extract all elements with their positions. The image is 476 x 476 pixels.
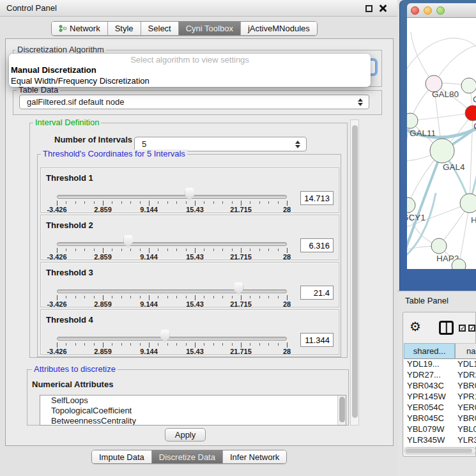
float-window-icon[interactable] [365,5,372,12]
close-traffic-light-icon[interactable] [411,6,419,15]
close-icon[interactable] [378,4,387,13]
slider-handle[interactable] [185,188,194,201]
table-data-combobox[interactable]: galFiltered.sif default node [19,95,369,109]
slider-scale: -3.4262.8599.14415.4321.71528 [57,348,287,355]
cell-name[interactable]: YIL0 [455,446,476,447]
table-row[interactable]: YIL052CYIL0 [404,446,476,447]
network-node-G[interactable] [461,78,476,93]
list-scrollbar-track[interactable] [337,395,346,425]
attribute-list-item[interactable]: SelfLoops [40,395,346,406]
network-node-HAP2[interactable] [431,238,447,254]
attribute-list-item[interactable]: BetweennessCentrality [40,416,346,426]
slider-track[interactable] [57,242,287,246]
cell-name[interactable]: YPR1 [455,392,476,403]
cell-name[interactable]: YDL1 [455,359,476,370]
cell-shared-name[interactable]: YDR27... [404,370,455,381]
attribute-list-item[interactable]: TopologicalCoefficient [40,406,346,416]
cell-shared-name[interactable]: YPR145W [404,392,455,403]
tab-style[interactable]: Style [107,22,141,35]
cell-name[interactable]: YBL0 [455,424,476,435]
tab-discretize-data[interactable]: Discretize Data [151,450,222,463]
zoom-traffic-light-icon[interactable] [436,6,445,15]
table-row[interactable]: YDL19...YDL1 [404,359,476,370]
columns-icon[interactable] [439,321,454,335]
gear-icon[interactable]: ⚙ [410,320,421,333]
threshold-1-value-field[interactable] [300,191,334,205]
table-panel: Table Panel ⚙ ✓ ✓ shared... na YDL19...Y… [397,291,476,476]
table-row[interactable]: YBL079WYBL0 [404,424,476,435]
checkbox-icon[interactable]: ✓ [468,325,475,332]
cell-shared-name[interactable]: YER054C [404,403,455,413]
scale-label: 2.859 [94,348,112,355]
column-header-shared[interactable]: shared... [404,343,455,359]
tab-select[interactable]: Select [141,22,178,35]
network-edge[interactable] [470,113,473,203]
column-header-name[interactable]: na [455,343,476,359]
tick-mark [195,342,196,348]
tab-infer-network[interactable]: Infer Network [222,450,286,463]
checkbox-icon[interactable]: ✓ [459,325,466,332]
table-row[interactable]: YLR345WYLR3 [404,435,476,446]
tab-jactivemnodules[interactable]: jActiveMNodules [240,22,317,35]
table-row[interactable]: YER054CYER0 [404,403,476,413]
table-row[interactable]: YDR27...YDR2 [404,370,476,381]
table-row[interactable]: YPR145WYPR1 [404,392,476,403]
tick-mark [121,249,122,251]
network-window[interactable]: GAL80GCGAL11GAL4GCY1HHAP2 [399,0,476,291]
minimize-traffic-light-icon[interactable] [424,6,432,15]
popup-item-manual-discretization[interactable]: Manual Discretization [11,65,369,75]
tab-network[interactable]: Network [52,22,107,35]
cell-name[interactable]: YDR2 [455,370,476,381]
cell-name[interactable]: YBR0 [455,413,476,424]
slider-track[interactable] [57,289,287,293]
slider-track[interactable] [57,337,287,341]
tick-mark [140,343,141,346]
table-row[interactable]: YBR043CYBR0 [404,381,476,392]
network-node-GCY1[interactable] [407,197,415,213]
panel-scrollbar-track[interactable] [350,119,359,426]
network-node-H[interactable] [460,194,476,213]
slider-handle[interactable] [160,330,170,342]
tick-mark [176,201,177,204]
cell-name[interactable]: YER0 [455,403,476,413]
table-row[interactable]: YBR045CYBR0 [404,413,476,424]
threshold-4-value-field[interactable] [300,333,334,347]
network-icon [59,24,67,33]
popup-item-equal-width-frequency[interactable]: Equal Width/Frequency Discretization [11,75,369,86]
cell-shared-name[interactable]: YLR345W [404,435,455,446]
network-node-label: H [471,215,476,225]
cell-name[interactable]: YLR3 [455,435,476,446]
panel-scrollbar-thumb[interactable] [352,125,358,418]
threshold-2-panel: Threshold 2 -3.4262.8599.14415.4321.7152… [40,215,339,260]
table-hscrollbar-thumb[interactable] [406,449,472,453]
network-window-titlebar[interactable] [407,3,476,18]
tick-mark [259,343,260,346]
network-edge[interactable] [410,113,473,121]
tick-mark [278,343,279,346]
scale-label: -3.426 [47,300,66,308]
slider-handle[interactable] [123,235,133,248]
cell-shared-name[interactable]: YDL19... [404,359,455,370]
list-scrollbar-thumb[interactable] [339,397,345,422]
network-node-GAL4[interactable] [430,139,454,163]
apply-button[interactable]: Apply [165,428,206,441]
cell-name[interactable]: YBR0 [455,381,476,392]
slider-handle[interactable] [234,282,243,295]
cell-shared-name[interactable]: YBR043C [404,381,455,392]
threshold-2-value-field[interactable] [300,238,334,252]
combobox-stepper-icon [295,141,300,148]
network-canvas[interactable]: GAL80GCGAL11GAL4GCY1HHAP2 [407,18,476,269]
tick-mark [241,248,242,253]
tab-impute-data[interactable]: Impute Data [92,450,151,463]
tick-mark [140,201,141,204]
tick-mark [241,201,242,206]
table-hscrollbar-track[interactable] [404,447,476,454]
cell-shared-name[interactable]: YBR045C [404,413,455,424]
cell-shared-name[interactable]: YIL052C [404,446,455,447]
threshold-3-value-field[interactable] [300,286,334,300]
network-node-GAL11[interactable] [407,113,418,128]
cell-shared-name[interactable]: YBL079W [404,424,455,435]
network-edge[interactable] [407,38,476,77]
tab-cyni-toolbox[interactable]: Cyni Toolbox [178,22,240,35]
slider-track[interactable] [57,195,287,199]
